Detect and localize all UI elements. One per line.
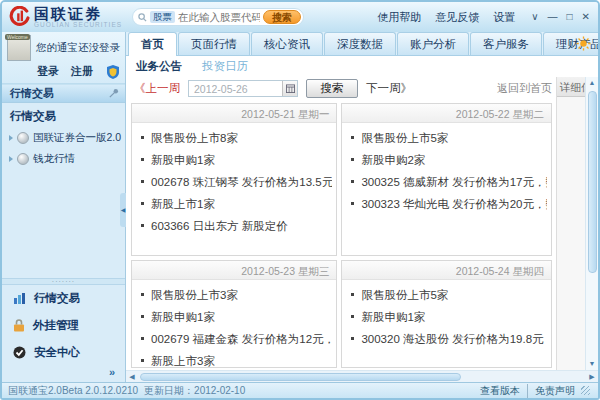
next-week-button[interactable]: 下一周》 [366,81,412,96]
tree-item-label[interactable]: 国联证券合一版2.0 [33,131,121,145]
calendar-icon[interactable] [282,81,297,96]
bar-chart-icon [13,292,26,305]
search-button[interactable]: 搜索 [306,79,358,98]
announcement-item[interactable]: 300320 海达股份 发行价格为19.8元，数量... [351,328,547,350]
announcement-item[interactable]: 新股申购1家 [141,149,332,171]
subtab[interactable]: 业务公告 [136,59,182,74]
week-toolbar: 《上一周 [126,77,556,100]
app-globe-icon [17,153,29,165]
sidebar-panel-title: 行情交易 [10,86,108,101]
day-panel-date: 2012-05-21 星期一 [132,104,336,123]
stock-search-box[interactable]: 股票 搜索 [132,8,304,26]
avatar: Welcome [7,35,31,61]
announcement-item[interactable]: 002678 珠江钢琴 发行价格为13.5元，数量... [141,171,332,193]
pin-icon[interactable] [108,88,119,99]
sidebar-more-button[interactable]: » [2,366,125,382]
announcement-item[interactable]: 新股上市3家 [141,350,332,367]
scroll-left-icon[interactable]: ◀ [126,373,138,381]
back-to-home-link[interactable]: 返回到首页 [497,81,552,96]
announcement-item[interactable]: 300323 华灿光电 发行价格为20元，数量为5... [351,193,547,215]
announcement-item[interactable]: 002679 福建金森 发行价格为12元，数量为3... [141,328,332,350]
sidebar-collapse-handle[interactable]: ◀ [120,193,126,227]
app-title: 国联证券 [34,7,122,21]
lock-icon [13,319,25,332]
register-button[interactable]: 注册 [71,64,93,79]
app-version: 国联通宝2.0Beta 2.0.12.0210 [8,384,138,398]
day-panel: 2012-05-22 星期二 限售股份上市5家新股申购2家300325 德威新材… [341,103,552,256]
sidebar-item-security-center[interactable]: 安全中心 [2,339,125,366]
detail-info-header[interactable]: 详细信息 [557,77,585,97]
scroll-up-icon[interactable]: ▲ [589,77,596,89]
tree-item-guolian[interactable]: 国联证券合一版2.0 [2,127,125,148]
prev-week-button[interactable]: 《上一周 [134,81,180,96]
announcement-item[interactable]: 新股申购1家 [351,306,547,328]
announcement-item[interactable]: 新股申购2家 [351,149,547,171]
sidebar-item-quotes-trading[interactable]: 行情交易 [2,285,125,312]
main-tab[interactable]: 核心资讯 [251,32,323,55]
main-tabbar: 首页页面行情核心资讯深度数据账户分析客户服务理财产品 [126,32,598,55]
announcement-item[interactable]: 300325 德威新材 发行价格为17元，数量为2... [351,171,547,193]
main-tab[interactable]: 客户服务 [470,32,542,55]
titlebar-menu-item[interactable]: 使用帮助 [377,10,421,25]
main-tab[interactable]: 首页 [128,32,177,56]
sidebar: Welcome 您的通宝还没登录 登录 注册 行情交易 [2,32,126,382]
close-icon[interactable]: ✕ [582,12,590,22]
detail-info-panel: 详细信息 [556,77,585,370]
sidebar-splitter[interactable]: ······· [2,278,125,285]
day-panel: 2012-05-23 星期三 限售股份上市3家新股申购1家002679 福建金森… [131,260,337,368]
minimize-icon[interactable]: — [548,12,558,22]
sidebar-section-title: 行情交易 [2,103,125,127]
resize-grip[interactable] [581,386,590,395]
horizontal-scrollbar[interactable]: ◀ ▶ [126,370,598,382]
scroll-down-icon[interactable]: ▼ [589,358,596,370]
login-button[interactable]: 登录 [37,64,59,79]
titlebar-menu-item[interactable]: 设置 [493,10,515,25]
date-input[interactable] [189,83,282,95]
status-link[interactable]: 免责声明 [527,384,575,398]
app-window: 国联证券 GUOLIAN SECURITIES 股票 搜索 使用帮助意见反馈设置… [0,0,600,400]
announcement-list: 限售股份上市5家新股申购1家300320 海达股份 发行价格为19.8元，数量.… [342,284,551,350]
login-box: Welcome 您的通宝还没登录 登录 注册 [2,32,125,84]
security-shield-icon[interactable] [107,65,119,79]
status-bar: 国联通宝2.0Beta 2.0.12.0210 更新日期：2012-02-10 … [2,382,598,398]
maximize-icon[interactable]: □ [567,12,573,22]
title-search-button[interactable]: 搜索 [263,10,301,24]
window-controls: ∨ — □ ✕ [531,12,590,22]
main-tab[interactable]: 页面行情 [178,32,250,55]
main-tab[interactable]: 账户分析 [397,32,469,55]
announcement-item[interactable]: 限售股份上市3家 [141,284,332,306]
skin-sun-icon[interactable] [576,36,591,51]
announcement-item[interactable]: 限售股份上市5家 [351,127,547,149]
main-tab[interactable]: 理财产品 [543,32,600,55]
vertical-scroll-thumb[interactable] [588,91,597,273]
sidebar-item-plugin-manager[interactable]: 外挂管理 [2,312,125,339]
announcement-item[interactable]: 限售股份上市8家 [141,127,332,149]
stock-code-input[interactable] [178,11,260,23]
tree-item-label[interactable]: 钱龙行情 [33,152,75,166]
main-tab[interactable]: 深度数据 [324,32,396,55]
sub-navigation: 业务公告投资日历 [126,56,598,77]
scroll-right-icon[interactable]: ▶ [586,373,598,381]
announcement-list: 限售股份上市8家新股申购1家002678 珠江钢琴 发行价格为13.5元，数量.… [132,127,336,237]
announcement-list: 限售股份上市3家新股申购1家002679 福建金森 发行价格为12元，数量为3.… [132,284,336,367]
titlebar-menu-item[interactable]: 意见反馈 [435,10,479,25]
tree-item-qianlong[interactable]: 钱龙行情 [2,148,125,169]
sidebar-panel-header: 行情交易 [2,84,125,103]
expand-arrow-icon[interactable] [9,135,13,141]
search-category-dropdown[interactable]: 股票 [150,11,175,23]
announcement-item[interactable]: 限售股份上市5家 [351,284,547,306]
date-picker[interactable] [188,80,298,97]
login-status-text: 您的通宝还没登录 [36,41,120,55]
announcement-item[interactable]: 603366 日出东方 新股定价 [141,215,332,237]
announcement-item[interactable]: 新股申购1家 [141,306,332,328]
announcement-item[interactable]: 新股上市1家 [141,193,332,215]
horizontal-scroll-thumb[interactable] [140,373,461,381]
expand-arrow-icon[interactable] [9,156,13,162]
day-panel-date: 2012-05-24 星期四 [342,261,551,280]
status-link[interactable]: 查看版本 [480,384,520,398]
vertical-scrollbar[interactable]: ▲ ▼ [585,77,598,370]
app-globe-icon [17,132,29,144]
app-logo: 国联证券 GUOLIAN SECURITIES [8,6,122,28]
collapse-icon[interactable]: ∨ [531,12,538,22]
subtab[interactable]: 投资日历 [202,59,248,74]
